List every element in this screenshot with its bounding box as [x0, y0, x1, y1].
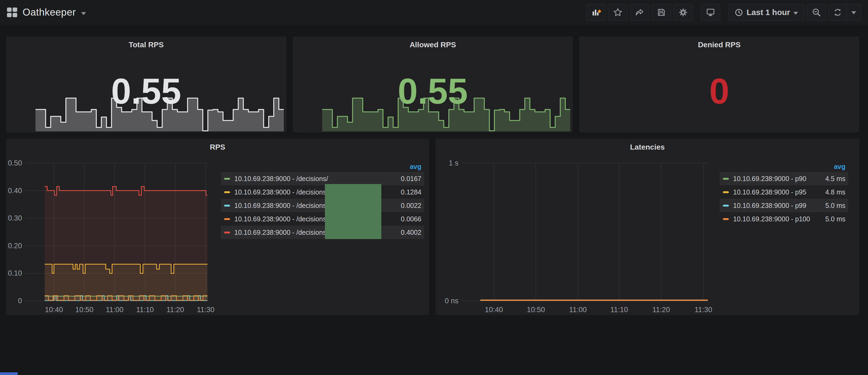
panel-title[interactable]: Allowed RPS — [293, 40, 573, 49]
series-color-swatch-icon[interactable] — [224, 205, 230, 207]
gear-icon — [678, 7, 688, 18]
series-avg-value: 4.5 ms — [825, 175, 845, 183]
series-color-swatch-icon[interactable] — [723, 191, 729, 193]
refresh-interval-dropdown[interactable] — [846, 4, 861, 21]
panel-latencies-graph: Latencies 10:4010:5011:0011:1011:2011:30… — [435, 138, 860, 315]
svg-text:0.30: 0.30 — [8, 214, 22, 222]
grafana-dashboard: Oathkeeper — [0, 0, 868, 375]
svg-text:0.10: 0.10 — [8, 269, 22, 277]
share-button[interactable] — [630, 4, 649, 21]
series-color-swatch-icon[interactable] — [723, 205, 729, 207]
legend-row: 10.10.69.238:9000 - p904.5 ms — [720, 172, 848, 185]
series-avg-value: 0.0022 — [401, 202, 422, 210]
series-avg-value: 0.0066 — [401, 215, 422, 223]
time-range-label: Last 1 hour — [747, 8, 790, 17]
save-icon — [656, 7, 666, 17]
svg-text:10:50: 10:50 — [75, 306, 94, 314]
rps-chart-plot[interactable]: 10:4010:5011:0011:1011:2011:300.500.400.… — [6, 138, 216, 316]
series-avg-value: 4.8 ms — [825, 188, 845, 196]
panel-total-rps: Total RPS 0.55 — [6, 36, 287, 133]
series-name[interactable]: 10.10.69.238:9000 - p100 — [733, 215, 825, 223]
series-avg-value: 0.0167 — [401, 175, 422, 183]
refresh-interval-caret-icon — [851, 11, 856, 14]
share-icon — [634, 7, 645, 18]
time-picker-caret-icon — [793, 12, 798, 15]
svg-text:10:40: 10:40 — [45, 306, 63, 314]
legend-row: 10.10.69.238:9000 - /decisions/0.0066 — [221, 212, 424, 226]
series-color-swatch-icon[interactable] — [224, 178, 230, 180]
svg-text:0.50: 0.50 — [8, 159, 22, 167]
zoom-out-icon — [811, 7, 822, 18]
zoom-out-button[interactable] — [807, 4, 826, 21]
svg-text:11:10: 11:10 — [136, 306, 154, 314]
series-name[interactable]: 10.10.69.238:9000 - p95 — [733, 188, 825, 196]
series-color-swatch-icon[interactable] — [224, 218, 230, 220]
svg-text:0.20: 0.20 — [8, 242, 22, 250]
legend-row: 10.10.69.238:9000 - /decisions/0.1284 — [221, 185, 424, 199]
add-panel-icon — [591, 7, 601, 18]
star-icon — [613, 7, 623, 18]
series-color-swatch-icon[interactable] — [224, 231, 230, 233]
panel-title[interactable]: Denied RPS — [579, 40, 859, 49]
legend-row: 10.10.69.238:9000 - /decisions/0.4002 — [221, 226, 424, 239]
legend-row: 10.10.69.238:9000 - p954.8 ms — [720, 185, 848, 199]
series-avg-value: 0.1284 — [401, 188, 422, 196]
series-color-swatch-icon[interactable] — [723, 218, 729, 220]
series-name[interactable]: 10.10.69.238:9000 - p90 — [733, 175, 825, 183]
green-overlay-artifact — [325, 184, 381, 239]
legend-avg-header[interactable]: avg — [720, 161, 848, 172]
series-avg-value: 5.0 ms — [825, 202, 845, 210]
dashboard-title[interactable]: Oathkeeper — [23, 7, 76, 18]
sparkline — [35, 95, 284, 131]
monitor-icon — [705, 7, 716, 18]
panel-denied-rps: Denied RPS 0 — [579, 36, 860, 133]
refresh-icon — [833, 7, 842, 17]
refresh-button[interactable] — [829, 4, 846, 21]
legend-row: 10.10.69.238:9000 - /decisions/0.0022 — [221, 199, 424, 212]
navbar: Oathkeeper — [0, 0, 868, 25]
legend-row: 10.10.69.238:9000 - p995.0 ms — [720, 199, 848, 212]
svg-text:11:20: 11:20 — [166, 306, 184, 314]
settings-button[interactable] — [674, 4, 693, 21]
add-panel-button[interactable] — [586, 4, 606, 21]
cycle-view-mode-button[interactable] — [701, 4, 720, 21]
svg-text:11:30: 11:30 — [197, 306, 214, 314]
clock-icon — [735, 8, 743, 17]
partial-panel-edge — [0, 372, 18, 375]
svg-text:1 s: 1 s — [449, 159, 459, 167]
series-name[interactable]: 10.10.69.238:9000 - p99 — [733, 202, 825, 210]
legend-row: 10.10.69.238:9000 - /decisions/0.0167 — [221, 172, 424, 185]
legend-row: 10.10.69.238:9000 - p1005.0 ms — [720, 212, 848, 226]
svg-text:0.40: 0.40 — [8, 187, 22, 195]
sparkline — [322, 95, 570, 131]
svg-text:11:30: 11:30 — [695, 306, 712, 314]
latencies-legend: avg 10.10.69.238:9000 - p904.5 ms10.10.6… — [720, 161, 848, 226]
star-button[interactable] — [608, 4, 627, 21]
stat-value: 0 — [579, 73, 859, 109]
svg-text:10:50: 10:50 — [527, 306, 545, 314]
svg-text:11:20: 11:20 — [652, 306, 670, 314]
series-color-swatch-icon[interactable] — [224, 191, 230, 193]
svg-text:0 ns: 0 ns — [445, 297, 459, 305]
legend-avg-header[interactable]: avg — [221, 161, 424, 172]
svg-text:10:40: 10:40 — [485, 306, 503, 314]
panel-rps-graph: RPS 10:4010:5011:0011:1011:2011:300.500.… — [6, 138, 429, 315]
series-color-swatch-icon[interactable] — [723, 178, 729, 180]
panel-title[interactable]: Total RPS — [6, 40, 286, 49]
series-name[interactable]: 10.10.69.238:9000 - /decisions/ — [234, 175, 401, 183]
series-avg-value: 0.4002 — [401, 228, 422, 237]
time-picker-button[interactable]: Last 1 hour — [728, 4, 804, 21]
series-avg-value: 5.0 ms — [825, 215, 845, 223]
svg-text:11:00: 11:00 — [106, 306, 124, 314]
save-button[interactable] — [652, 4, 671, 21]
panel-allowed-rps: Allowed RPS 0.55 — [292, 36, 573, 133]
dashboards-grid-icon[interactable] — [7, 7, 17, 17]
svg-text:0: 0 — [18, 297, 22, 305]
svg-text:11:00: 11:00 — [569, 306, 587, 314]
svg-text:11:10: 11:10 — [610, 306, 628, 314]
dashboard-title-caret-icon[interactable] — [81, 12, 86, 15]
rps-legend: avg 10.10.69.238:9000 - /decisions/0.016… — [221, 161, 424, 239]
refresh-button-group — [829, 4, 861, 21]
latencies-chart-plot[interactable]: 10:4010:5011:0011:1011:2011:301 s0 ns — [435, 138, 715, 316]
